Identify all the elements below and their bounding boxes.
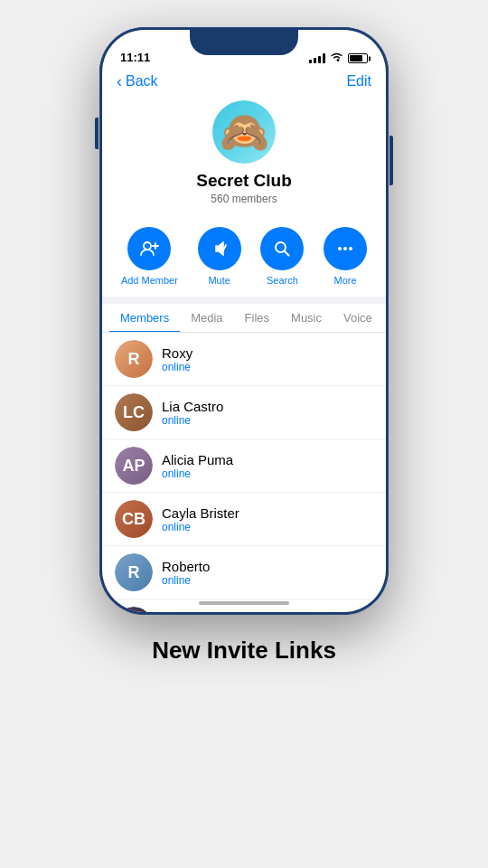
group-avatar-emoji: 🙈 <box>220 112 269 152</box>
back-button[interactable]: ‹ Back <box>117 73 158 90</box>
member-info: Cayla Brister online <box>162 505 239 533</box>
member-name: Alicia Puma <box>162 452 233 467</box>
notch <box>190 30 298 55</box>
tab-music[interactable]: Music <box>280 304 333 332</box>
member-row[interactable]: CB Cayla Brister online <box>102 493 386 546</box>
tabs-bar: Members Media Files Music Voice Lin… <box>102 304 386 333</box>
member-avatar: R <box>115 553 153 591</box>
member-name: Lia <box>162 612 191 613</box>
svg-point-8 <box>343 247 347 250</box>
member-avatar: CB <box>115 500 153 538</box>
member-info: Roberto online <box>162 559 210 587</box>
member-name: Roxy <box>162 345 192 361</box>
group-avatar: 🙈 <box>212 100 276 164</box>
member-name: Cayla Brister <box>162 505 239 521</box>
member-row[interactable]: R Roxy online <box>102 333 386 386</box>
back-chevron-icon: ‹ <box>117 73 122 90</box>
phone-frame: 11:11 <box>99 27 389 615</box>
more-icon-circle <box>324 227 367 270</box>
action-buttons: Add Member Mute <box>102 216 386 297</box>
member-status: online <box>162 467 233 480</box>
bottom-heading: New Invite Links <box>152 637 336 665</box>
mute-button[interactable]: Mute <box>198 227 241 286</box>
member-status: online <box>162 521 239 533</box>
tab-voice[interactable]: Voice <box>333 304 383 332</box>
member-avatar: L <box>115 607 153 612</box>
member-info: Roxy online <box>162 345 192 373</box>
battery-icon <box>348 53 368 63</box>
add-member-label: Add Member <box>121 275 178 286</box>
member-name: Roberto <box>162 559 210 574</box>
member-status: online <box>162 574 210 587</box>
tab-members[interactable]: Members <box>109 304 180 332</box>
member-row[interactable]: LC Lia Castro online <box>102 386 386 439</box>
edit-button[interactable]: Edit <box>346 73 371 90</box>
signal-bars-icon <box>309 53 325 63</box>
add-member-icon-circle <box>127 227 171 270</box>
member-info: Lia Castro online <box>162 399 223 427</box>
mute-icon-circle <box>198 227 241 270</box>
search-icon-circle <box>260 227 304 270</box>
member-name: Lia Castro <box>162 399 223 414</box>
mute-label: Mute <box>208 275 230 286</box>
member-avatar: R <box>115 340 153 378</box>
member-info: Lia online <box>162 612 191 613</box>
member-status: online <box>162 414 223 427</box>
members-list: R Roxy online LC Lia Castro online AP <box>102 333 386 612</box>
member-status: online <box>162 361 192 373</box>
member-row[interactable]: AP Alicia Puma online <box>102 439 386 493</box>
wifi-icon <box>330 52 343 64</box>
status-time: 11:11 <box>120 51 150 64</box>
more-label: More <box>334 275 357 286</box>
phone-screen: 11:11 <box>102 30 386 612</box>
status-icons <box>309 52 368 64</box>
tab-links[interactable]: Lin… <box>383 304 386 332</box>
member-avatar: LC <box>115 393 153 431</box>
group-members-count: 560 members <box>211 193 277 205</box>
home-indicator <box>199 601 289 605</box>
svg-point-7 <box>338 247 342 250</box>
tab-files[interactable]: Files <box>234 304 280 332</box>
group-header: 🙈 Secret Club 560 members <box>102 97 386 216</box>
section-divider <box>102 297 386 304</box>
back-label: Back <box>126 73 158 90</box>
member-avatar: AP <box>115 447 153 485</box>
nav-bar: ‹ Back Edit <box>102 70 386 97</box>
svg-point-0 <box>144 242 151 250</box>
member-info: Alicia Puma online <box>162 452 233 480</box>
group-name: Secret Club <box>196 171 292 191</box>
member-row[interactable]: R Roberto online <box>102 546 386 599</box>
tab-media[interactable]: Media <box>180 304 233 332</box>
more-button[interactable]: More <box>324 227 367 286</box>
svg-line-6 <box>285 251 289 256</box>
add-member-button[interactable]: Add Member <box>121 227 178 286</box>
search-button[interactable]: Search <box>260 227 304 286</box>
page-wrapper: 11:11 <box>0 0 488 868</box>
search-label: Search <box>267 275 298 286</box>
svg-point-9 <box>349 247 352 250</box>
